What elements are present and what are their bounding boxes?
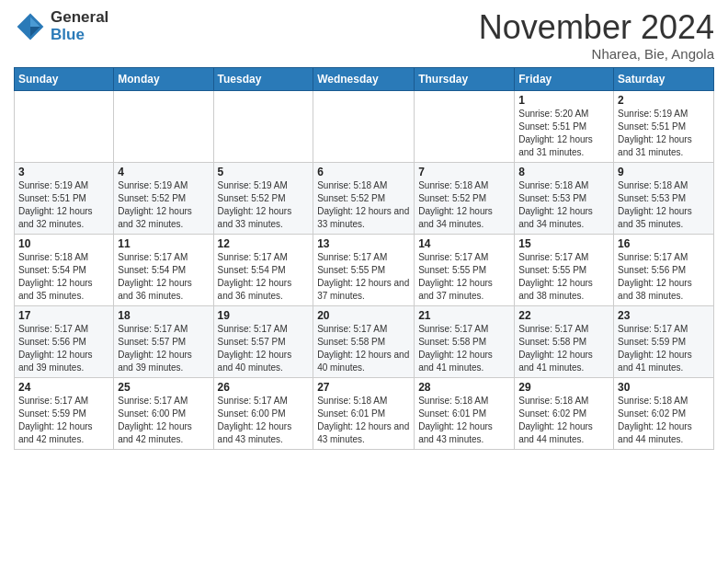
day-info: Sunrise: 5:17 AM Sunset: 5:58 PM Dayligh… [418, 323, 510, 374]
day-cell: 14Sunrise: 5:17 AM Sunset: 5:55 PM Dayli… [415, 234, 515, 305]
logo-text: General Blue [51, 9, 108, 43]
day-number: 22 [518, 309, 609, 322]
day-number: 13 [317, 237, 410, 250]
logo-icon [14, 10, 47, 43]
day-cell: 9Sunrise: 5:18 AM Sunset: 5:53 PM Daylig… [614, 162, 714, 234]
day-cell: 17Sunrise: 5:17 AM Sunset: 5:56 PM Dayli… [15, 305, 114, 377]
day-number: 15 [518, 237, 609, 250]
day-cell [415, 90, 515, 162]
logo: General Blue [14, 9, 108, 43]
day-cell: 10Sunrise: 5:18 AM Sunset: 5:54 PM Dayli… [15, 234, 114, 305]
day-number: 21 [418, 309, 510, 322]
day-info: Sunrise: 5:19 AM Sunset: 5:51 PM Dayligh… [18, 179, 109, 231]
day-cell: 27Sunrise: 5:18 AM Sunset: 6:01 PM Dayli… [313, 377, 415, 449]
weekday-header-monday: Monday [114, 67, 213, 90]
month-title: November 2024 [479, 9, 714, 46]
day-info: Sunrise: 5:17 AM Sunset: 5:57 PM Dayligh… [218, 323, 310, 374]
logo-blue: Blue [51, 27, 108, 44]
day-info: Sunrise: 5:18 AM Sunset: 5:54 PM Dayligh… [18, 251, 109, 303]
day-info: Sunrise: 5:18 AM Sunset: 5:52 PM Dayligh… [317, 179, 410, 231]
day-info: Sunrise: 5:17 AM Sunset: 5:58 PM Dayligh… [317, 323, 410, 374]
day-info: Sunrise: 5:18 AM Sunset: 6:02 PM Dayligh… [518, 395, 609, 446]
weekday-header-friday: Friday [515, 67, 614, 90]
location-title: Nharea, Bie, Angola [479, 46, 714, 62]
day-number: 4 [118, 166, 209, 178]
weekday-header-row: SundayMondayTuesdayWednesdayThursdayFrid… [15, 67, 714, 90]
day-cell: 12Sunrise: 5:17 AM Sunset: 5:54 PM Dayli… [213, 234, 313, 305]
day-cell: 23Sunrise: 5:17 AM Sunset: 5:59 PM Dayli… [614, 305, 714, 377]
weekday-header-thursday: Thursday [415, 67, 515, 90]
day-cell: 25Sunrise: 5:17 AM Sunset: 6:00 PM Dayli… [114, 377, 213, 449]
day-info: Sunrise: 5:17 AM Sunset: 5:55 PM Dayligh… [418, 251, 510, 303]
day-number: 19 [218, 309, 310, 322]
day-number: 17 [18, 309, 109, 322]
day-number: 1 [518, 94, 609, 107]
day-info: Sunrise: 5:18 AM Sunset: 5:53 PM Dayligh… [618, 179, 710, 231]
day-cell [213, 90, 313, 162]
day-info: Sunrise: 5:17 AM Sunset: 6:00 PM Dayligh… [218, 395, 310, 446]
day-number: 10 [18, 237, 109, 250]
logo-general: General [51, 9, 108, 27]
day-info: Sunrise: 5:17 AM Sunset: 5:57 PM Dayligh… [118, 323, 209, 374]
day-cell: 13Sunrise: 5:17 AM Sunset: 5:55 PM Dayli… [313, 234, 415, 305]
day-cell: 2Sunrise: 5:19 AM Sunset: 5:51 PM Daylig… [614, 90, 714, 162]
day-cell: 21Sunrise: 5:17 AM Sunset: 5:58 PM Dayli… [415, 305, 515, 377]
calendar-table: SundayMondayTuesdayWednesdayThursdayFrid… [14, 67, 714, 450]
day-info: Sunrise: 5:20 AM Sunset: 5:51 PM Dayligh… [518, 108, 609, 159]
weekday-header-wednesday: Wednesday [313, 67, 415, 90]
day-number: 18 [118, 309, 209, 322]
day-info: Sunrise: 5:17 AM Sunset: 5:55 PM Dayligh… [518, 251, 609, 303]
day-info: Sunrise: 5:17 AM Sunset: 5:56 PM Dayligh… [618, 251, 710, 303]
day-info: Sunrise: 5:17 AM Sunset: 5:59 PM Dayligh… [18, 395, 109, 446]
day-info: Sunrise: 5:17 AM Sunset: 5:54 PM Dayligh… [218, 251, 310, 303]
day-cell: 11Sunrise: 5:17 AM Sunset: 5:54 PM Dayli… [114, 234, 213, 305]
day-cell: 22Sunrise: 5:17 AM Sunset: 5:58 PM Dayli… [515, 305, 614, 377]
page: General Blue November 2024 Nharea, Bie, … [0, 0, 728, 563]
day-info: Sunrise: 5:17 AM Sunset: 5:55 PM Dayligh… [317, 251, 410, 303]
day-cell: 26Sunrise: 5:17 AM Sunset: 6:00 PM Dayli… [213, 377, 313, 449]
day-cell: 20Sunrise: 5:17 AM Sunset: 5:58 PM Dayli… [313, 305, 415, 377]
day-number: 29 [518, 381, 609, 394]
day-cell [114, 90, 213, 162]
week-row-2: 3Sunrise: 5:19 AM Sunset: 5:51 PM Daylig… [15, 162, 714, 234]
day-number: 26 [218, 381, 310, 394]
week-row-4: 17Sunrise: 5:17 AM Sunset: 5:56 PM Dayli… [15, 305, 714, 377]
day-info: Sunrise: 5:17 AM Sunset: 5:58 PM Dayligh… [518, 323, 609, 374]
day-cell: 18Sunrise: 5:17 AM Sunset: 5:57 PM Dayli… [114, 305, 213, 377]
day-number: 28 [418, 381, 510, 394]
title-block: November 2024 Nharea, Bie, Angola [479, 9, 714, 62]
day-number: 7 [418, 166, 510, 178]
day-info: Sunrise: 5:19 AM Sunset: 5:52 PM Dayligh… [118, 179, 209, 231]
day-cell: 29Sunrise: 5:18 AM Sunset: 6:02 PM Dayli… [515, 377, 614, 449]
day-number: 3 [18, 166, 109, 178]
header: General Blue November 2024 Nharea, Bie, … [14, 9, 714, 62]
week-row-5: 24Sunrise: 5:17 AM Sunset: 5:59 PM Dayli… [15, 377, 714, 449]
day-number: 24 [18, 381, 109, 394]
day-number: 9 [618, 166, 710, 178]
day-info: Sunrise: 5:17 AM Sunset: 5:56 PM Dayligh… [18, 323, 109, 374]
day-cell: 15Sunrise: 5:17 AM Sunset: 5:55 PM Dayli… [515, 234, 614, 305]
day-number: 2 [618, 94, 710, 107]
day-info: Sunrise: 5:17 AM Sunset: 6:00 PM Dayligh… [118, 395, 209, 446]
day-number: 16 [618, 237, 710, 250]
day-info: Sunrise: 5:19 AM Sunset: 5:52 PM Dayligh… [218, 179, 310, 231]
day-info: Sunrise: 5:19 AM Sunset: 5:51 PM Dayligh… [618, 108, 710, 159]
day-number: 8 [518, 166, 609, 178]
day-info: Sunrise: 5:17 AM Sunset: 5:54 PM Dayligh… [118, 251, 209, 303]
day-info: Sunrise: 5:18 AM Sunset: 6:01 PM Dayligh… [418, 395, 510, 446]
day-cell: 8Sunrise: 5:18 AM Sunset: 5:53 PM Daylig… [515, 162, 614, 234]
day-number: 14 [418, 237, 510, 250]
day-cell: 6Sunrise: 5:18 AM Sunset: 5:52 PM Daylig… [313, 162, 415, 234]
day-cell: 3Sunrise: 5:19 AM Sunset: 5:51 PM Daylig… [15, 162, 114, 234]
day-cell [15, 90, 114, 162]
day-info: Sunrise: 5:18 AM Sunset: 6:02 PM Dayligh… [618, 395, 710, 446]
weekday-header-saturday: Saturday [614, 67, 714, 90]
day-info: Sunrise: 5:18 AM Sunset: 5:52 PM Dayligh… [418, 179, 510, 231]
day-number: 6 [317, 166, 410, 178]
day-info: Sunrise: 5:17 AM Sunset: 5:59 PM Dayligh… [618, 323, 710, 374]
week-row-1: 1Sunrise: 5:20 AM Sunset: 5:51 PM Daylig… [15, 90, 714, 162]
day-number: 20 [317, 309, 410, 322]
day-cell: 28Sunrise: 5:18 AM Sunset: 6:01 PM Dayli… [415, 377, 515, 449]
day-cell: 4Sunrise: 5:19 AM Sunset: 5:52 PM Daylig… [114, 162, 213, 234]
day-number: 25 [118, 381, 209, 394]
